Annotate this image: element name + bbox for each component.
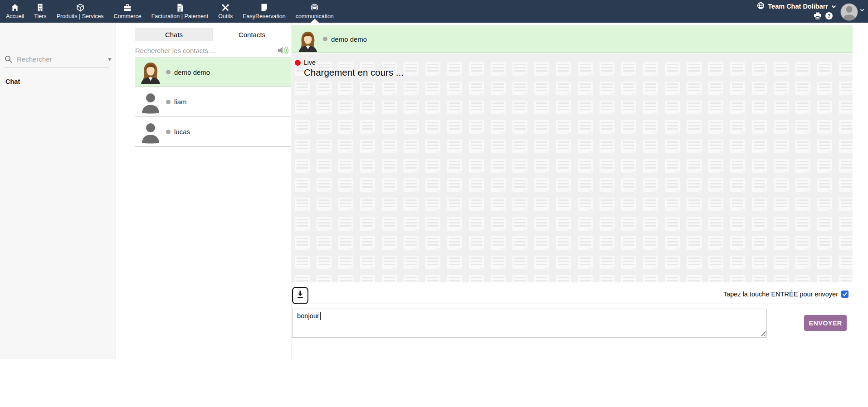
message-placeholder-tile (708, 198, 723, 211)
message-placeholder-tile (425, 256, 440, 269)
message-placeholder-tile (534, 101, 549, 114)
message-placeholder-tile (295, 82, 310, 95)
contact-row-demo-demo[interactable]: demo demo (135, 57, 291, 87)
message-placeholder-tile (404, 62, 419, 76)
message-placeholder-tile (578, 217, 593, 231)
message-placeholder-tile (643, 159, 658, 173)
message-placeholder-tile (425, 236, 440, 250)
nav-item-outils[interactable]: Outils (213, 0, 238, 23)
message-placeholder-tile (795, 140, 810, 153)
contact-search-input[interactable] (135, 47, 277, 54)
nav-item-accueil[interactable]: Accueil (1, 0, 29, 23)
message-placeholder-tile (338, 236, 353, 250)
message-placeholder-tile (338, 140, 353, 153)
download-history-button[interactable] (292, 287, 308, 304)
top-navbar: Accueil Tiers Produits | Services Commer… (0, 0, 868, 23)
message-placeholder-tile (512, 256, 527, 269)
message-placeholder-tile (643, 178, 658, 192)
message-placeholder-tile (600, 198, 614, 211)
enter-to-send-label: Tapez la touche ENTRÉE pour envoyer (723, 291, 838, 298)
user-avatar[interactable] (840, 3, 858, 21)
tab-contacts[interactable]: Contacts (213, 28, 291, 41)
message-placeholder-tile (317, 256, 332, 269)
message-placeholder-tile (338, 178, 353, 192)
search-input[interactable] (17, 55, 107, 63)
message-placeholder-tile (839, 140, 853, 153)
live-indicator: Live (295, 59, 316, 66)
message-placeholder-tile (643, 140, 658, 153)
nav-item-produits-services[interactable]: Produits | Services (52, 0, 109, 23)
message-placeholder-tile (425, 101, 440, 114)
message-placeholder-tile (578, 178, 593, 192)
message-placeholder-tile (817, 140, 832, 153)
message-placeholder-tile (665, 62, 680, 76)
message-placeholder-tile (730, 62, 745, 76)
message-placeholder-tile (795, 256, 810, 269)
message-placeholder-tile (730, 178, 745, 192)
sound-notification-icon[interactable] (277, 46, 290, 55)
chat-tabs: Chats Contacts (135, 28, 291, 41)
nav-item-label: communication (296, 13, 334, 19)
user-menu-chevron-icon[interactable] (860, 9, 864, 12)
message-placeholder-tile (469, 217, 484, 231)
message-placeholder-tile (578, 275, 593, 282)
message-placeholder-tile (795, 82, 810, 95)
print-icon[interactable] (814, 12, 822, 20)
message-placeholder-tile (774, 101, 789, 114)
message-placeholder-tile (687, 62, 702, 76)
message-placeholder-tile (317, 236, 332, 250)
message-placeholder-tile (534, 236, 549, 250)
message-placeholder-tile (534, 140, 549, 153)
help-icon[interactable]: ? (825, 12, 833, 20)
message-input[interactable] (292, 309, 767, 338)
contact-row-liam[interactable]: liam (135, 87, 291, 117)
message-placeholder-tile (360, 217, 375, 231)
message-placeholder-tile (665, 236, 680, 250)
message-placeholder-tile (382, 217, 397, 231)
send-button[interactable]: ENVOYER (804, 315, 847, 331)
message-placeholder-tile (338, 217, 353, 231)
enter-to-send-checkbox[interactable] (841, 291, 848, 298)
message-placeholder-tile (491, 62, 506, 76)
message-placeholder-tile (491, 217, 506, 231)
contact-status-dot (166, 70, 171, 74)
nav-item-easyreservation[interactable]: EasyReservation (238, 0, 291, 23)
message-placeholder-tile (752, 256, 767, 269)
message-placeholder-tile (382, 275, 397, 282)
contact-list: demo demo liam lucas (135, 57, 291, 147)
nav-item-commerce[interactable]: Commerce (109, 0, 146, 23)
message-placeholder-tile (687, 82, 702, 95)
tab-chats[interactable]: Chats (135, 28, 213, 41)
message-placeholder-tile (469, 120, 484, 134)
message-placeholder-tile (534, 178, 549, 192)
contact-row-lucas[interactable]: lucas (135, 117, 291, 147)
message-placeholder-tile (621, 120, 636, 134)
message-placeholder-tile (317, 275, 332, 282)
nav-item-facturation-paiement[interactable]: $ Facturation | Paiement (146, 0, 214, 23)
message-placeholder-tile (730, 120, 745, 134)
message-placeholder-tile (730, 275, 745, 282)
message-placeholder-tile (295, 217, 310, 231)
message-placeholder-tile (360, 178, 375, 192)
message-placeholder-tile (621, 62, 636, 76)
nav-item-communication[interactable]: communication (291, 0, 339, 23)
message-placeholder-tile (795, 198, 810, 211)
message-placeholder-tile (817, 101, 832, 114)
message-placeholder-tile (643, 198, 658, 211)
search-dropdown-caret-icon[interactable]: ▼ (107, 56, 112, 63)
message-placeholder-tile (621, 159, 636, 173)
message-placeholder-tile (839, 159, 853, 173)
workspace-switcher[interactable]: Team Chat Dolibarr (757, 2, 836, 11)
message-placeholder-tile (795, 101, 810, 114)
enter-to-send: Tapez la touche ENTRÉE pour envoyer (723, 290, 848, 299)
message-placeholder-tile (491, 198, 506, 211)
message-placeholder-tile (512, 62, 527, 76)
message-placeholder-tile (665, 217, 680, 231)
message-placeholder-tile (425, 62, 440, 76)
nav-item-tiers[interactable]: Tiers (29, 0, 51, 23)
nav-item-label: Tiers (34, 13, 46, 19)
message-placeholder-tile (469, 62, 484, 76)
message-placeholder-tile (469, 159, 484, 173)
message-placeholder-tile (360, 275, 375, 282)
message-placeholder-tile (338, 120, 353, 134)
